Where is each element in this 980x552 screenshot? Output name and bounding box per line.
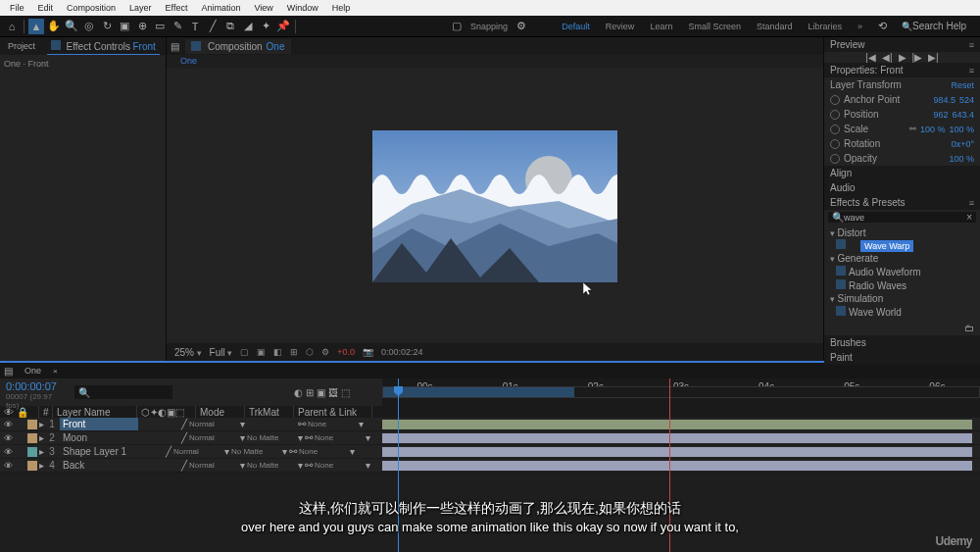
workspace-more-icon[interactable]: » — [854, 22, 866, 31]
paint-header[interactable]: Paint — [824, 350, 980, 365]
camera-tool[interactable]: ▣ — [117, 19, 132, 34]
tl-icon-2[interactable]: ⊞ — [306, 387, 314, 398]
time-ruler[interactable]: 00s 01s 02s 03s 04s 05s 06s — [382, 378, 980, 406]
next-frame-icon[interactable]: |▶ — [912, 52, 923, 63]
layer-name[interactable]: Moon — [60, 431, 138, 444]
twirl-icon[interactable]: ▸ — [39, 432, 44, 443]
layer-row[interactable]: 👁 ▸ 3 Shape Layer 1 ╱ Normal▾ No Matte▾ … — [0, 445, 980, 459]
parent-dropdown[interactable]: None — [299, 447, 348, 456]
twirl-icon[interactable]: ▸ — [39, 419, 44, 429]
layer-duration-bar[interactable] — [382, 433, 972, 443]
composition-viewer[interactable] — [167, 69, 823, 343]
anchor-x[interactable]: 984.5 — [933, 95, 956, 105]
panel-menu-icon[interactable]: ≡ — [969, 40, 974, 50]
panel-menu-icon[interactable]: ▤ — [171, 41, 179, 52]
workspace-small[interactable]: Small Screen — [684, 22, 745, 31]
blend-mode[interactable]: Normal — [189, 433, 238, 442]
scale-y[interactable]: 100 % — [949, 125, 974, 134]
panel-menu-icon[interactable]: ≡ — [969, 66, 974, 75]
menu-animation[interactable]: Animation — [195, 2, 246, 14]
blend-mode[interactable]: Normal — [189, 461, 238, 470]
tab-effect-controls[interactable]: Effect Controls Front — [47, 38, 160, 55]
eraser-tool[interactable]: ◢ — [240, 19, 256, 34]
scale-x[interactable]: 100 % — [920, 125, 946, 134]
snapshot-icon[interactable]: 📷 — [363, 347, 373, 357]
workspace-default[interactable]: Default — [558, 22, 594, 31]
parent-pick-icon[interactable]: ⚯ — [289, 446, 297, 457]
parent-pick-icon[interactable]: ⚯ — [298, 419, 306, 429]
tab-composition[interactable]: Composition One — [185, 39, 291, 54]
effects-search-input[interactable] — [844, 213, 966, 223]
stopwatch-icon[interactable] — [830, 125, 840, 134]
menu-layer[interactable]: Layer — [123, 2, 158, 14]
color-label[interactable] — [27, 461, 37, 471]
visibility-icon[interactable]: 👁 — [4, 447, 14, 457]
rotation-val[interactable]: 0x+0° — [952, 139, 974, 149]
rect-tool[interactable]: ▭ — [152, 19, 168, 34]
snap-opt-icon[interactable]: ⚙ — [514, 19, 529, 34]
layer-name[interactable]: Shape Layer 1 — [60, 445, 138, 458]
align-header[interactable]: Align — [824, 166, 980, 180]
layer-duration-bar[interactable] — [382, 420, 972, 429]
parent-pick-icon[interactable]: ⚯ — [305, 460, 313, 471]
twirl-icon[interactable]: ▸ — [39, 446, 44, 457]
audio-header[interactable]: Audio — [824, 180, 980, 195]
workspace-standard[interactable]: Standard — [753, 22, 797, 31]
orbit-tool[interactable]: ◎ — [81, 19, 97, 34]
timeline-tab-one[interactable]: One — [19, 365, 47, 376]
stopwatch-icon[interactable] — [830, 110, 840, 120]
brushes-header[interactable]: Brushes — [824, 335, 980, 350]
layer-duration-bar[interactable] — [382, 447, 972, 457]
visibility-icon[interactable]: 👁 — [4, 461, 14, 471]
parent-pick-icon[interactable]: ⚯ — [305, 432, 313, 443]
first-frame-icon[interactable]: |◀ — [865, 52, 876, 63]
menu-view[interactable]: View — [248, 2, 278, 14]
tl-icon-5[interactable]: ⬚ — [341, 387, 350, 398]
workspace-reset-icon[interactable]: ⟲ — [874, 19, 890, 34]
type-tool[interactable]: T — [187, 19, 203, 34]
menu-window[interactable]: Window — [281, 2, 324, 14]
menu-help[interactable]: Help — [326, 2, 357, 14]
menu-composition[interactable]: Composition — [61, 2, 122, 14]
pan-behind-tool[interactable]: ⊕ — [134, 19, 150, 34]
timecode[interactable]: 0:00:00:07 00007 (29.97 fps) — [0, 378, 69, 406]
track-matte[interactable]: No Matte — [231, 447, 280, 456]
panel-menu-icon[interactable]: ▤ — [4, 366, 13, 376]
effect-radio-waves[interactable]: Radio Waves — [824, 278, 980, 292]
visibility-icon[interactable]: 👁 — [4, 420, 14, 429]
track-matte[interactable]: No Matte — [247, 433, 296, 442]
panel-menu-icon[interactable]: ≡ — [969, 198, 974, 208]
anchor-y[interactable]: 524 — [959, 95, 974, 105]
stopwatch-icon[interactable] — [830, 95, 840, 105]
playhead[interactable] — [398, 378, 399, 552]
color-label[interactable] — [27, 433, 37, 443]
color-label[interactable] — [27, 447, 37, 457]
color-label[interactable] — [27, 420, 37, 429]
layer-row[interactable]: 👁 ▸ 2 Moon ╱ Normal▾ No Matte▾ ⚯None▾ — [0, 431, 980, 445]
viewer-btn-6[interactable]: ⚙ — [321, 347, 329, 357]
exposure-value[interactable]: +0.0 — [337, 347, 355, 357]
workspace-learn[interactable]: Learn — [646, 22, 676, 31]
twirl-icon[interactable]: ▸ — [39, 460, 44, 471]
effect-wave-world[interactable]: Wave World — [824, 305, 980, 319]
menu-file[interactable]: File — [4, 2, 30, 14]
zoom-dropdown[interactable]: 25% ▾ — [174, 347, 202, 358]
reset-button[interactable]: Reset — [951, 80, 974, 90]
snap-icon[interactable]: ▢ — [449, 19, 465, 34]
close-tab-icon[interactable]: × — [53, 367, 58, 376]
clone-tool[interactable]: ⧉ — [222, 19, 238, 34]
tl-icon-1[interactable]: ◐ — [294, 387, 303, 398]
category-distort[interactable]: ▾ Distort — [824, 226, 980, 239]
menu-edit[interactable]: Edit — [32, 2, 60, 14]
stopwatch-icon[interactable] — [830, 139, 840, 149]
parent-dropdown[interactable]: None — [315, 461, 364, 470]
comp-breadcrumb[interactable]: One — [174, 55, 203, 69]
track-matte[interactable]: No Matte — [247, 461, 296, 470]
opacity-val[interactable]: 100 % — [949, 154, 974, 164]
pen-tool[interactable]: ✎ — [170, 19, 185, 34]
prev-frame-icon[interactable]: ◀| — [882, 52, 893, 63]
workspace-libraries[interactable]: Libraries — [804, 22, 846, 31]
viewer-btn-2[interactable]: ▣ — [257, 347, 266, 357]
tl-icon-3[interactable]: ▣ — [317, 387, 325, 398]
effects-search[interactable]: 🔍× — [828, 212, 976, 223]
